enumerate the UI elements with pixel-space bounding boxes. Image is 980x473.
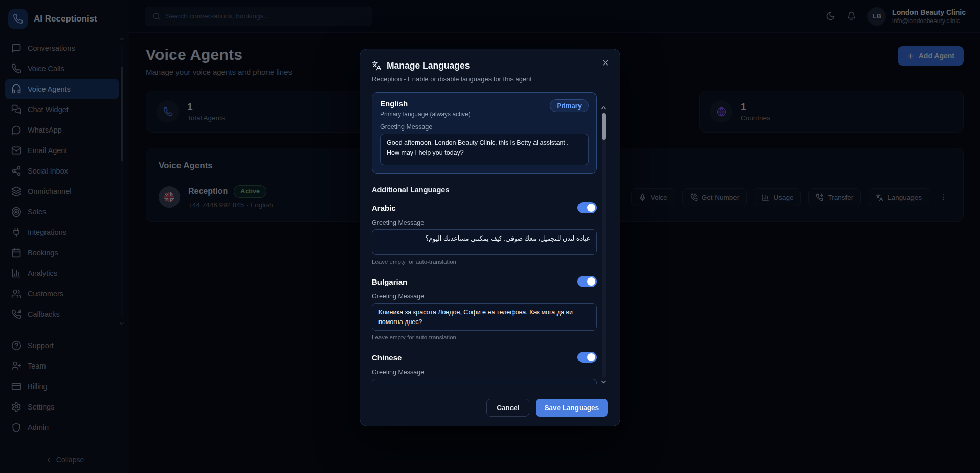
arabic-greeting-textarea[interactable]: عياده لندن للتجميل، معك صوفي. كيف يمكنني… <box>372 229 597 255</box>
language-name: English <box>380 99 471 108</box>
bulgarian-greeting-textarea[interactable]: Клиника за красота Лондон, Софи е на тел… <box>372 303 597 331</box>
language-name: Chinese <box>372 353 402 362</box>
language-block-arabic: Arabic Greeting Message عياده لندن للتجم… <box>372 202 597 265</box>
modal-subtitle: Reception - Enable or disable languages … <box>372 75 608 83</box>
modal-scrollbar[interactable] <box>600 105 607 385</box>
modal-footer: Cancel Save Languages <box>360 389 620 426</box>
language-name: Arabic <box>372 204 396 212</box>
modal-scroll-area: English Primary language (always active)… <box>372 90 599 384</box>
primary-language-card: English Primary language (always active)… <box>372 92 597 174</box>
language-description: Primary language (always active) <box>380 111 471 118</box>
arabic-toggle[interactable] <box>577 202 597 213</box>
language-name: Bulgarian <box>372 277 407 286</box>
auto-translation-hint: Leave empty for auto-translation <box>372 259 597 265</box>
modal-title: Manage Languages <box>387 60 470 71</box>
save-languages-button[interactable]: Save Languages <box>536 399 608 417</box>
greeting-label: Greeting Message <box>380 123 589 131</box>
scrollbar-thumb[interactable] <box>602 113 606 140</box>
english-greeting-textarea[interactable]: Good afternoon, London Beauty Clinic, th… <box>380 134 589 165</box>
manage-languages-modal: Manage Languages Reception - Enable or d… <box>360 49 620 426</box>
auto-translation-hint: Leave empty for auto-translation <box>372 334 597 340</box>
cancel-button[interactable]: Cancel <box>486 399 529 417</box>
language-block-chinese: Chinese Greeting Message 伦敦美容诊所，苏菲为您服务。今… <box>372 352 597 384</box>
greeting-label: Greeting Message <box>372 293 597 300</box>
chinese-toggle[interactable] <box>577 352 597 363</box>
greeting-label: Greeting Message <box>372 369 597 376</box>
modal-header: Manage Languages Reception - Enable or d… <box>360 49 620 83</box>
greeting-label: Greeting Message <box>372 219 597 226</box>
chinese-greeting-textarea[interactable]: 伦敦美容诊所，苏菲为您服务。今天我能为您效劳吗？ <box>372 379 597 384</box>
close-icon[interactable] <box>600 57 611 68</box>
chevron-down-icon[interactable] <box>599 378 607 386</box>
additional-languages-heading: Additional Languages <box>372 186 599 194</box>
languages-icon <box>372 61 382 71</box>
chevron-up-icon[interactable] <box>599 104 607 112</box>
bulgarian-toggle[interactable] <box>577 276 597 287</box>
primary-badge: Primary <box>550 99 589 112</box>
language-block-bulgarian: Bulgarian Greeting Message Клиника за кр… <box>372 276 597 340</box>
